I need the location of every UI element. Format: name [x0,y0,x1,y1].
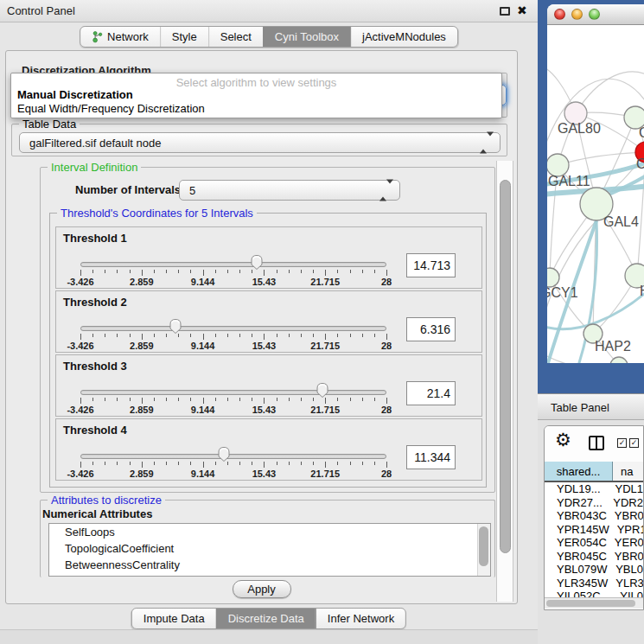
number-of-intervals-combobox[interactable]: 5 [179,180,400,201]
gear-icon[interactable]: ⚙ [555,430,571,450]
tab-infer-network[interactable]: Infer Network [316,609,405,628]
tab-select[interactable]: Select [208,27,263,47]
table-row[interactable]: YLR345WYLR3 [545,577,643,590]
slider-tick [350,270,351,273]
slider-tick [178,398,179,401]
close-traffic-light-icon[interactable] [554,9,565,20]
slider-tick [215,270,216,273]
popup-option-manual-discretization[interactable]: Manual Discretization [17,88,133,101]
slider-tick [117,462,118,465]
cell-name: YER0 [607,536,643,550]
list-scrollbar-thumb[interactable] [479,526,488,566]
tab-cyni-toolbox[interactable]: Cyni Toolbox [263,27,350,47]
slider-track[interactable] [80,326,386,331]
slider-tick [166,398,167,401]
slider-tick [337,334,338,337]
tab-label: Style [172,30,197,43]
threshold-value[interactable]: 21.4 [406,381,456,405]
tab-jactivemnodules[interactable]: jActiveMNodules [350,27,457,47]
slider-tick [190,398,191,401]
table-row[interactable]: YDR27...YDR2 [545,496,643,510]
stepper-arrows-icon [480,137,494,150]
zoom-traffic-light-icon[interactable] [589,9,600,20]
network-canvas[interactable]: GAL80GACGAL11GAL4GCY1HHAP2 [547,25,644,363]
slider-scale-label: 2.859 [130,469,154,479]
table-toolbar: ⚙ ✓ ✓ [545,426,643,462]
slider-tick [215,462,216,465]
table-row[interactable]: YBR045CYBR0 [545,550,643,564]
checkbox-icon[interactable]: ✓ [617,438,627,448]
slider-tick [252,462,252,465]
slider-handle[interactable] [169,318,182,335]
columns-icon[interactable] [589,436,604,450]
table-row[interactable]: YPR145WYPR1 [545,523,643,537]
attribute-item-topologicalcoefficient[interactable]: TopologicalCoefficient [49,540,490,557]
slider-handle[interactable] [217,446,231,462]
numerical-attributes-list[interactable]: SelfLoopsTopologicalCoefficientBetweenne… [48,523,491,577]
network-node-gcy1[interactable] [547,268,559,287]
slider-handle[interactable] [250,254,264,271]
table-row[interactable]: YDL19...YDL1 [545,482,643,496]
slider-scale-label: -3.426 [67,469,93,479]
slider-tick [130,462,131,465]
slider-tick [142,270,143,276]
column-header-name[interactable]: na [613,462,643,481]
slider-tick [105,398,105,401]
list-scrollbar-track[interactable] [477,524,490,576]
slider-tick [154,270,155,273]
network-edge[interactable] [558,152,644,165]
slider-tick [277,334,277,337]
node-label: HAP2 [595,339,631,354]
slider-tick [301,334,302,337]
checkbox-icon[interactable]: ✓ [629,438,639,448]
table-row[interactable]: YER054CYER0 [545,536,643,550]
network-edge[interactable] [547,354,619,363]
close-icon[interactable]: ✖ [517,3,527,17]
slider-tick [142,334,143,340]
table-row[interactable]: YBL079WYBL0 [545,563,643,577]
threshold-value[interactable]: 14.713 [406,253,456,277]
slider-tick [264,334,265,340]
threshold-value[interactable]: 6.316 [406,317,456,341]
panel-scrollbar-thumb[interactable] [500,180,511,553]
apply-button[interactable]: Apply [233,580,291,598]
slider-handle[interactable] [316,382,329,399]
slider-tick [154,398,155,401]
slider-scale-label: 21.715 [310,341,340,351]
table-data-combobox[interactable]: galFiltered.sif default node [19,132,501,153]
tab-discretize-data[interactable]: Discretize Data [216,609,316,628]
cell-name: YLR3 [608,577,643,590]
table-header-row: shared... na [545,462,643,482]
column-header-shared[interactable]: shared... [545,462,613,481]
slider-tick [350,462,351,465]
slider-tick [190,270,191,273]
table-row[interactable]: YIL052CYIL0 [545,590,643,597]
slider-tick [130,398,131,401]
slider-tick [325,462,326,468]
minimize-traffic-light-icon[interactable] [571,9,583,20]
tab-network[interactable]: Network [80,27,160,47]
slider-track[interactable] [80,454,386,459]
slider-track[interactable] [80,390,386,395]
attribute-item-selfloops[interactable]: SelfLoops [49,524,490,540]
threshold-value[interactable]: 11.344 [406,445,456,469]
slider-track[interactable] [80,262,386,267]
popup-option-equal-width-frequency[interactable]: Equal Width/Frequency Discretization [17,102,205,115]
slider-tick [190,334,191,337]
slider-tick [277,462,277,465]
tab-impute-data[interactable]: Impute Data [132,609,216,628]
table-hscrollbar-thumb[interactable] [546,600,635,607]
cell-name: YBR0 [607,550,643,564]
panel-scrollbar-track[interactable] [496,161,513,602]
slider-scale-label: 2.859 [130,405,154,415]
slider-tick [80,462,81,468]
tab-style[interactable]: Style [160,27,208,47]
slider-scale-label: 9.144 [191,341,215,351]
attribute-item-betweennesscentrality[interactable]: BetweennessCentrality [49,557,490,573]
table-hscrollbar-track[interactable] [545,597,643,609]
slider-tick [178,270,179,273]
float-window-icon[interactable] [500,7,510,16]
numerical-attributes-label: Numerical Attributes [42,507,152,520]
table-row[interactable]: YBR043CYBR0 [545,509,643,523]
network-graph[interactable]: GAL80GACGAL11GAL4GCY1HHAP2 [547,25,644,363]
